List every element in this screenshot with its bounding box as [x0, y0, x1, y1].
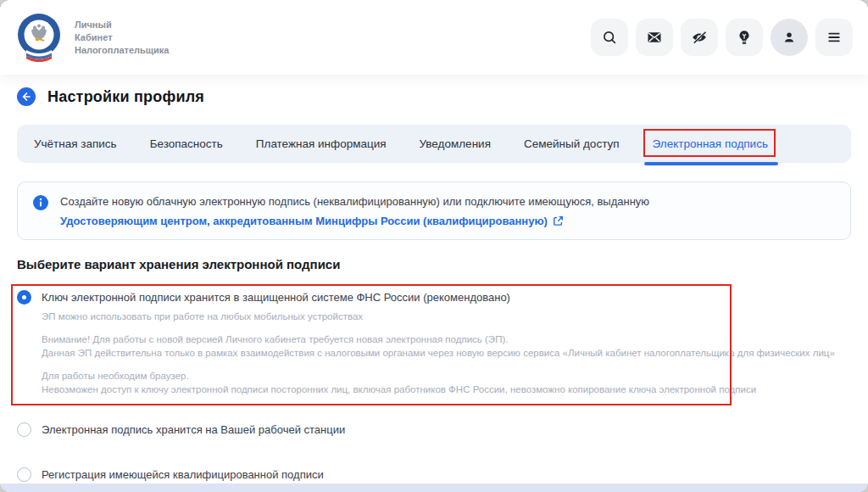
search-button[interactable]: [591, 19, 628, 56]
option-fns-storage-row[interactable]: Ключ электронной подписи хранится в защи…: [17, 290, 851, 305]
info-banner: Создайте новую облачную электронную подп…: [17, 182, 851, 240]
lightbulb-icon: [736, 29, 753, 46]
mail-icon: [646, 29, 663, 46]
option-register-qualified-label: Регистрация имеющейся квалифицированной …: [42, 467, 324, 482]
tips-button[interactable]: [726, 19, 763, 56]
external-link-icon: [553, 215, 564, 226]
option-fns-storage-details: ЭП можно использовать при работе на любы…: [42, 310, 851, 396]
accessibility-button[interactable]: [681, 19, 718, 56]
arrow-left-icon: [21, 92, 31, 102]
option-register-qualified-row[interactable]: Регистрация имеющейся квалифицированной …: [17, 467, 851, 482]
accredited-ca-link[interactable]: Удостоверяющим центром, аккредитованным …: [60, 214, 564, 228]
menu-button[interactable]: [815, 19, 853, 56]
section-heading: Выберите вариант хранения электронной по…: [17, 257, 851, 271]
app-header: Личный Кабинет Налогоплательщика: [0, 0, 868, 75]
option-workstation-row[interactable]: Электронная подпись хранится на Вашей ра…: [17, 422, 851, 437]
tab-security[interactable]: Безопасность: [150, 125, 223, 163]
info-banner-text: Создайте новую облачную электронную подп…: [60, 194, 649, 228]
bottom-section-edge: [0, 484, 868, 492]
option-fns-storage: Ключ электронной подписи хранится в защи…: [17, 290, 851, 396]
tab-account[interactable]: Учётная запись: [34, 125, 117, 163]
brand-title: Личный Кабинет Налогоплательщика: [75, 19, 169, 57]
search-icon: [601, 29, 618, 46]
eye-crossed-icon: [691, 29, 708, 46]
profile-tabs: Учётная запись Безопасность Платежная ин…: [17, 125, 851, 163]
page-title: Настройки профиля: [47, 88, 204, 106]
profile-button[interactable]: [771, 19, 808, 56]
info-icon: [33, 195, 48, 210]
back-button[interactable]: [17, 87, 36, 106]
option-fns-storage-label: Ключ электронной подписи хранится в защи…: [42, 290, 510, 305]
info-banner-line1: Создайте новую облачную электронную подп…: [60, 194, 649, 209]
page-title-row: Настройки профиля: [17, 86, 851, 108]
tab-electronic-signature[interactable]: Электронная подпись: [653, 125, 768, 163]
app-window: Личный Кабинет Налогоплательщика: [0, 0, 868, 492]
header-actions: [591, 19, 853, 56]
tab-family-access[interactable]: Семейный доступ: [524, 125, 620, 163]
tab-notifications[interactable]: Уведомления: [420, 125, 491, 163]
brand: Личный Кабинет Налогоплательщика: [17, 13, 169, 62]
radio-unselected[interactable]: [17, 467, 31, 482]
user-icon: [781, 29, 798, 46]
option-workstation-storage: Электронная подпись хранится на Вашей ра…: [17, 422, 851, 437]
option-register-qualified: Регистрация имеющейся квалифицированной …: [17, 467, 851, 482]
radio-unselected[interactable]: [17, 422, 31, 437]
tab-electronic-signature-label: Электронная подпись: [653, 137, 768, 150]
hamburger-icon: [826, 29, 843, 46]
messages-button[interactable]: [636, 19, 673, 56]
fns-logo-icon: [17, 13, 61, 62]
option-workstation-label: Электронная подпись хранится на Вашей ра…: [42, 422, 345, 437]
tab-payment-info[interactable]: Платежная информация: [256, 125, 387, 163]
radio-selected[interactable]: [17, 290, 31, 305]
active-tab-underline: [644, 162, 778, 165]
main-content: Настройки профиля Учётная запись Безопас…: [0, 86, 868, 482]
